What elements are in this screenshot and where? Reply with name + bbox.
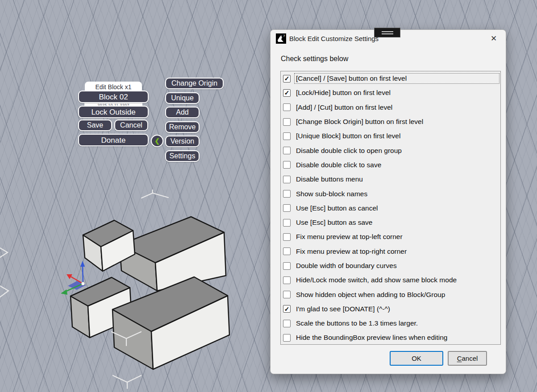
setting-label: Fix menu preview at top-left corner (295, 232, 499, 242)
checkbox-unchecked[interactable] (283, 176, 291, 183)
svg-text:7: 7 (283, 34, 285, 38)
setting-label: [Cancel] / [Save] button on first level (295, 74, 499, 83)
box-large-upper (120, 217, 226, 291)
setting-label: Hide the BoundingBox preview lines when … (295, 333, 499, 342)
setting-label: Double width of boundary curves (295, 261, 499, 271)
setting-label: [Lock/Hide] button on first level (295, 88, 499, 98)
checkbox-unchecked[interactable] (283, 219, 291, 227)
checkbox-unchecked[interactable] (283, 161, 291, 169)
axis-origin-dot (81, 282, 85, 285)
setting-row[interactable]: [Change Block Origin] button on first le… (281, 115, 500, 129)
setting-label: Use [Esc] button as save (295, 218, 499, 227)
scene-graphics (0, 0, 270, 392)
setting-row[interactable]: Disable buttons menu (281, 172, 500, 186)
setting-label: Hide/Lock mode switch, add show same blo… (295, 275, 499, 285)
setting-label: I'm glad to see [DONATE] (^-^) (295, 304, 499, 314)
setting-row[interactable]: ✓[Cancel] / [Save] button on first level (281, 71, 500, 86)
setting-row[interactable]: Show sub-block names (281, 186, 500, 201)
dialog-subtitle: Check settings below (281, 55, 348, 63)
cancel-label-rest: ancel (462, 355, 478, 362)
close-icon[interactable]: ✕ (489, 33, 499, 43)
settings-list: ✓[Cancel] / [Save] button on first level… (280, 71, 501, 345)
dialog-cancel-button[interactable]: Cancel (448, 351, 487, 366)
setting-row[interactable]: Use [Esc] button as save (281, 215, 500, 230)
checkbox-unchecked[interactable] (283, 190, 291, 198)
checkbox-unchecked[interactable] (283, 248, 291, 255)
setting-row[interactable]: Hide the BoundingBox preview lines when … (281, 330, 500, 345)
cancel-button[interactable]: Cancel (114, 120, 148, 131)
donate-button[interactable]: Donate (78, 134, 149, 146)
checkbox-unchecked[interactable] (283, 204, 291, 212)
collapsed-toolbar-badge[interactable] (374, 28, 400, 37)
checkbox-checked[interactable]: ✓ (283, 305, 291, 313)
checkbox-unchecked[interactable] (283, 147, 291, 154)
setting-row[interactable]: Hide/Lock mode switch, add show same blo… (281, 273, 500, 287)
block-edit-settings-dialog: 7 Block Edit Customize Settings ✕ Check … (270, 29, 506, 374)
lock-outside-button[interactable]: Lock Outside (78, 106, 149, 118)
checkbox-checked[interactable]: ✓ (283, 89, 291, 97)
checkbox-unchecked[interactable] (283, 276, 291, 284)
setting-label: Scale the buttons to be 1.3 times larger… (295, 318, 499, 328)
setting-label: Show hidden object when adding to Block/… (295, 290, 499, 300)
checkbox-unchecked[interactable] (283, 103, 291, 111)
z-axis-arrow (83, 266, 83, 284)
remove-button[interactable]: Remove (165, 121, 200, 133)
setting-row[interactable]: [Add] / [Cut] button on first level (281, 100, 500, 115)
setting-row[interactable]: Fix menu preview at top-left corner (281, 230, 500, 244)
add-button[interactable]: Add (165, 107, 200, 118)
checkbox-unchecked[interactable] (283, 320, 291, 327)
setting-row[interactable]: Scale the buttons to be 1.3 times larger… (281, 316, 500, 330)
checkbox-unchecked[interactable] (283, 132, 291, 140)
menu-right-column: Change OriginUniqueAddRemoveVersionSetti… (165, 78, 224, 165)
checkbox-unchecked[interactable] (283, 233, 291, 241)
setting-label: Fix menu preview at top-right corner (295, 247, 499, 256)
setting-row[interactable]: Disable double click to save (281, 158, 500, 172)
setting-row[interactable]: ✓I'm glad to see [DONATE] (^-^) (281, 302, 500, 316)
save-button[interactable]: Save (78, 120, 112, 131)
cancel-mnemonic: C (457, 355, 462, 362)
setting-label: Use [Esc] button as cancel (295, 203, 499, 213)
ok-button[interactable]: OK (390, 351, 443, 366)
checkbox-unchecked[interactable] (283, 334, 291, 342)
unique-button[interactable]: Unique (165, 92, 200, 104)
setting-row[interactable]: Fix menu preview at top-right corner (281, 244, 500, 259)
checkbox-unchecked[interactable] (283, 118, 291, 126)
setting-row[interactable]: Show hidden object when adding to Block/… (281, 287, 500, 301)
axis-gizmo (61, 261, 86, 295)
checkbox-checked[interactable]: ✓ (283, 75, 291, 83)
version-button[interactable]: Version (165, 136, 200, 147)
3d-viewport[interactable]: Edit Block x1 2025.10.11.2207 Block 02 L… (0, 0, 537, 392)
setting-label: Disable buttons menu (295, 174, 499, 184)
setting-label: [Change Block Origin] button on first le… (295, 117, 499, 127)
dialog-title: Block Edit Customize Settings (289, 35, 379, 42)
change-origin-button[interactable]: Change Origin (165, 78, 224, 89)
block-name-button[interactable]: Block 02 (78, 91, 149, 103)
checkbox-unchecked[interactable] (283, 291, 291, 298)
settings-button[interactable]: Settings (165, 150, 200, 162)
checkbox-unchecked[interactable] (283, 262, 291, 270)
rhino-7-icon: 7 (276, 33, 286, 44)
setting-row[interactable]: [Unique Block] button on first level (281, 129, 500, 143)
collapse-menu-button[interactable]: ❮ (151, 135, 163, 147)
setting-row[interactable]: Double width of boundary curves (281, 259, 500, 273)
setting-label: [Unique Block] button on first level (295, 131, 499, 141)
setting-row[interactable]: Disable double click to open group (281, 143, 500, 157)
setting-row[interactable]: Use [Esc] button as cancel (281, 201, 500, 215)
setting-row[interactable]: ✓[Lock/Hide] button on first level (281, 86, 500, 100)
setting-label: Disable double click to open group (295, 146, 499, 156)
setting-label: Show sub-block names (295, 189, 499, 199)
setting-label: Disable double click to save (295, 160, 499, 170)
chevron-left-icon: ❮ (154, 138, 160, 144)
setting-label: [Add] / [Cut] button on first level (295, 103, 499, 112)
